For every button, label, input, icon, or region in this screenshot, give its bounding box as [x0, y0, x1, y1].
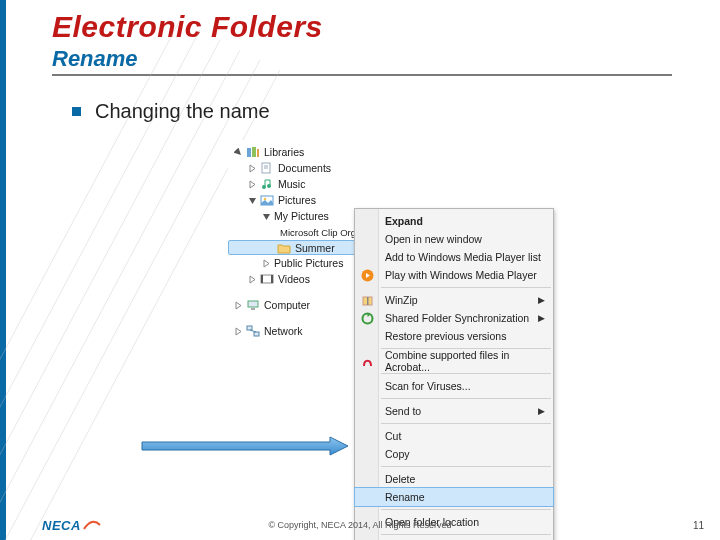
tree-label: Videos [278, 273, 310, 285]
menu-shared-sync[interactable]: Shared Folder Synchronization ▶ [355, 309, 553, 327]
documents-icon [260, 162, 274, 174]
menu-label: Expand [385, 215, 423, 227]
slide-subtitle: Rename [52, 46, 672, 76]
menu-acrobat[interactable]: Combine supported files in Acrobat... [355, 352, 553, 370]
disclosure-open-icon [262, 212, 271, 221]
chevron-right-icon: ▶ [538, 406, 545, 416]
svg-rect-8 [257, 149, 259, 157]
folder-icon [277, 242, 291, 254]
menu-separator [381, 373, 551, 374]
tree-label: Computer [264, 299, 310, 311]
libraries-icon [246, 146, 260, 158]
svg-rect-21 [247, 326, 252, 330]
tree-label: Music [278, 178, 305, 190]
menu-restore[interactable]: Restore previous versions [355, 327, 553, 345]
svg-line-1 [0, 50, 240, 540]
svg-rect-19 [248, 301, 258, 307]
svg-rect-17 [261, 275, 263, 283]
menu-label: Restore previous versions [385, 330, 506, 342]
tree-selected-folder[interactable]: Summer [228, 240, 368, 255]
svg-rect-18 [271, 275, 273, 283]
menu-expand[interactable]: Expand [355, 212, 553, 230]
menu-copy[interactable]: Copy [355, 445, 553, 463]
tree-libraries[interactable]: Libraries [228, 144, 368, 160]
svg-line-23 [250, 330, 256, 332]
menu-add-wmp[interactable]: Add to Windows Media Player list [355, 248, 553, 266]
chevron-right-icon: ▶ [538, 313, 545, 323]
slide-footer: NECA © Copyright, NECA 2014, All Rights … [0, 510, 720, 540]
svg-rect-22 [254, 332, 259, 336]
acrobat-icon [359, 353, 375, 369]
menu-label: Open in new window [385, 233, 482, 245]
svg-rect-6 [247, 148, 251, 157]
tree-pictures[interactable]: Pictures [228, 192, 368, 208]
menu-label: Play with Windows Media Player [385, 269, 537, 281]
disclosure-closed-icon [248, 275, 257, 284]
menu-scan[interactable]: Scan for Viruses... [355, 377, 553, 395]
disclosure-closed-icon [234, 327, 243, 336]
page-number: 11 [693, 520, 704, 531]
menu-separator [381, 287, 551, 288]
menu-label: Rename [385, 491, 425, 503]
svg-rect-20 [251, 308, 255, 310]
chevron-right-icon: ▶ [538, 295, 545, 305]
tree-label: Documents [278, 162, 331, 174]
menu-open-new-window[interactable]: Open in new window [355, 230, 553, 248]
tree-videos[interactable]: Videos [228, 271, 368, 287]
tree-label: My Pictures [274, 210, 329, 222]
menu-separator [381, 423, 551, 424]
menu-rename[interactable]: Rename [355, 488, 553, 506]
disclosure-closed-icon [248, 180, 257, 189]
tree-network[interactable]: Network [228, 323, 368, 339]
menu-separator [381, 466, 551, 467]
svg-rect-26 [367, 297, 369, 305]
menu-label: Add to Windows Media Player list [385, 251, 541, 263]
menu-label: Cut [385, 430, 401, 442]
menu-label: Delete [385, 473, 415, 485]
slide-title: Electronic Folders [52, 10, 720, 44]
menu-label: Scan for Viruses... [385, 380, 471, 392]
tree-clip-organizer[interactable]: Microsoft Clip Organizer [228, 224, 368, 240]
menu-send-to[interactable]: Send to▶ [355, 402, 553, 420]
tree-computer[interactable]: Computer [228, 297, 368, 313]
menu-play-wmp[interactable]: Play with Windows Media Player [355, 266, 553, 284]
computer-icon [246, 299, 260, 311]
tree-label: Libraries [264, 146, 304, 158]
menu-label: WinZip [385, 294, 418, 306]
menu-delete[interactable]: Delete [355, 470, 553, 488]
tree-music[interactable]: Music [228, 176, 368, 192]
bullet-square-icon [72, 107, 81, 116]
svg-point-15 [264, 198, 267, 201]
tree-documents[interactable]: Documents [228, 160, 368, 176]
copyright-text: © Copyright, NECA 2014, All Rights Reser… [0, 520, 720, 530]
sync-icon [359, 310, 375, 326]
wmp-icon [359, 267, 375, 283]
menu-cut[interactable]: Cut [355, 427, 553, 445]
explorer-tree: Libraries Documents Music Pictures My Pi… [228, 140, 368, 343]
menu-winzip[interactable]: WinZip ▶ [355, 291, 553, 309]
disclosure-closed-icon [262, 259, 271, 268]
menu-label: Shared Folder Synchronization [385, 312, 529, 324]
disclosure-closed-icon [248, 164, 257, 173]
network-icon [246, 325, 260, 337]
tree-label: Public Pictures [274, 257, 343, 269]
bullet-item: Changing the name [72, 100, 720, 123]
svg-point-12 [262, 185, 266, 189]
tree-my-pictures[interactable]: My Pictures [228, 208, 368, 224]
disclosure-closed-icon [234, 301, 243, 310]
svg-point-13 [267, 184, 271, 188]
explorer-screenshot: Libraries Documents Music Pictures My Pi… [228, 140, 528, 343]
tree-public-pictures[interactable]: Public Pictures [228, 255, 368, 271]
tree-label: Summer [295, 242, 335, 254]
svg-line-2 [0, 60, 260, 540]
menu-label: Combine supported files in Acrobat... [385, 349, 553, 373]
disclosure-open-icon [248, 196, 257, 205]
bullet-text: Changing the name [95, 100, 270, 123]
menu-separator [381, 398, 551, 399]
videos-icon [260, 273, 274, 285]
context-menu: Expand Open in new window Add to Windows… [354, 208, 554, 540]
menu-label: Send to [385, 405, 421, 417]
callout-arrow-icon [140, 435, 240, 455]
tree-label: Network [264, 325, 303, 337]
tree-label: Pictures [278, 194, 316, 206]
